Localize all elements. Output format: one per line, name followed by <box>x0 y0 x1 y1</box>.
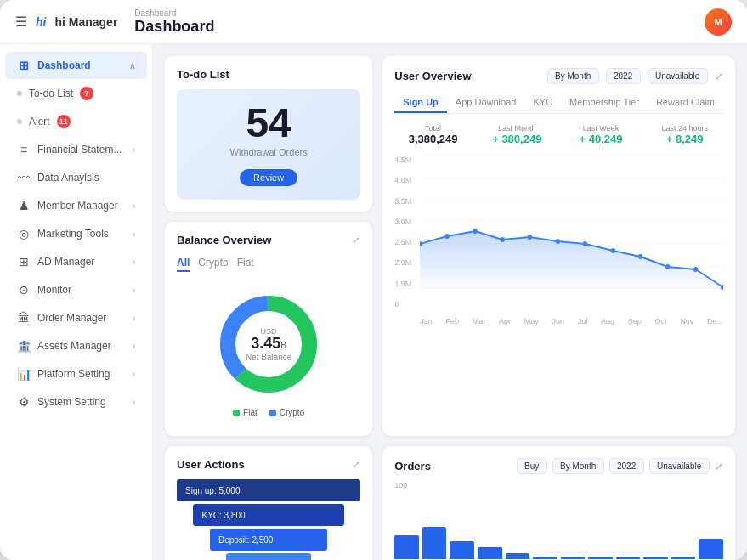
sidebar-label-dashboard: Dashboard <box>37 59 91 71</box>
assets-icon: 🏦 <box>17 339 31 353</box>
avatar[interactable]: M <box>705 8 732 36</box>
chart-x-labels: JanFebMarAprMay JunJulAugSepOct NovDe... <box>420 317 723 325</box>
chevron-icon: ∧ <box>129 61 135 71</box>
orders-expand-icon[interactable]: ⤢ <box>715 461 723 472</box>
sidebar-item-monitor[interactable]: ⊙ Monitor › <box>5 276 147 303</box>
chart-y-labels: 4.5M4.0M3.5M3.0M2.5M2.0M1.5M0 <box>394 156 418 308</box>
chevron-member: › <box>133 201 135 211</box>
sidebar-label-todo: To-do List <box>29 88 73 99</box>
todo-inner: 54 Withdrawal Orders Review <box>177 89 360 200</box>
balance-tab-fiat[interactable]: Fiat <box>237 255 254 272</box>
sidebar-item-system[interactable]: ⚙ System Setting › <box>5 388 147 416</box>
sidebar-item-alert[interactable]: Alert 11 <box>5 108 147 135</box>
uo-filter-year[interactable]: 2022 <box>606 68 641 84</box>
financial-icon: ≡ <box>17 143 31 156</box>
todo-sublabel: Withdrawal Orders <box>230 147 308 157</box>
stat-lastweek: Last Week + 40,249 <box>563 124 640 145</box>
todo-badge: 7 <box>80 87 93 100</box>
donut-container: USD 3.45B Net Balance Fiat <box>177 282 360 424</box>
user-overview-card: User Overview By Month 2022 Unavailable … <box>382 56 735 436</box>
tab-membership[interactable]: Membership Tier <box>561 93 648 113</box>
sidebar-item-assets[interactable]: 🏦 Assets Manager › <box>5 332 147 359</box>
orders-filter-year[interactable]: 2022 <box>609 458 644 474</box>
svg-point-14 <box>528 235 532 240</box>
sidebar-item-data[interactable]: 〰 Data Anaylsis <box>5 164 147 191</box>
svg-point-20 <box>693 267 698 272</box>
sidebar-label-system: System Setting <box>37 396 106 408</box>
tab-signup[interactable]: Sign Up <box>394 93 447 113</box>
monitor-icon: ⊙ <box>17 283 31 297</box>
tab-reward[interactable]: Reward Claim <box>648 93 723 113</box>
funnel-bar-kyc: KYC: 3,800 <box>193 504 343 526</box>
sidebar-item-financial[interactable]: ≡ Financial Statem... › <box>5 136 147 163</box>
chevron-ad: › <box>133 257 135 267</box>
svg-point-11 <box>445 234 450 239</box>
user-actions-card: User Actions ⤢ Sign up: 5,000 KYC: 3,800… <box>165 446 372 560</box>
sidebar-label-data: Data Anaylsis <box>37 172 99 184</box>
bar-col <box>588 557 613 560</box>
orders-header: Orders Buy By Month 2022 Unavailable ⤢ <box>394 458 723 474</box>
sidebar-item-ad[interactable]: ⊞ AD Manager › <box>5 248 147 275</box>
bar-chart <box>394 491 723 559</box>
svg-point-16 <box>583 241 587 246</box>
platform-icon: 📊 <box>17 367 31 381</box>
dot-icon-alert <box>17 119 22 124</box>
sidebar-item-member[interactable]: ♟ Member Manager › <box>5 192 147 219</box>
bar-rect <box>450 541 474 559</box>
balance-expand-icon[interactable]: ⤢ <box>352 235 360 246</box>
funnel-bar-trade: Trade: 1,200 <box>226 553 310 560</box>
bar-col <box>643 557 668 560</box>
stat-lastmonth: Last Month + 380,249 <box>478 124 556 145</box>
sidebar-label-ad: AD Manager <box>37 256 94 268</box>
bar-col <box>506 553 530 559</box>
uo-filter-month[interactable]: By Month <box>547 68 599 84</box>
legend-crypto: Crypto <box>269 408 304 417</box>
uo-header: User Overview By Month 2022 Unavailable … <box>394 68 723 84</box>
sidebar-label-alert: Alert <box>29 116 50 127</box>
stat-last24: Last 24 hours + 8,249 <box>646 124 723 145</box>
balance-title: Balance Overview <box>177 234 271 246</box>
main-layout: ⊞ Dashboard ∧ To-do List 7 Alert 11 ≡ Fi… <box>0 44 747 560</box>
todo-card-header: To-do List <box>177 68 360 81</box>
bar-col <box>616 557 641 560</box>
bar-col <box>699 539 723 560</box>
svg-point-19 <box>665 264 670 269</box>
uo-filter-extra[interactable]: Unavailable <box>648 68 708 84</box>
orders-filter-type[interactable]: Buy <box>517 458 547 474</box>
logo: hi <box>36 15 46 29</box>
tab-appdownload[interactable]: App Download <box>447 93 525 113</box>
fiat-label: Fiat <box>243 408 257 417</box>
donut-chart: USD 3.45B Net Balance <box>213 289 324 399</box>
orders-card: Orders Buy By Month 2022 Unavailable ⤢ <box>382 446 735 560</box>
sidebar-label-financial: Financial Statem... <box>37 144 122 156</box>
sidebar: ⊞ Dashboard ∧ To-do List 7 Alert 11 ≡ Fi… <box>0 44 153 560</box>
hamburger-icon[interactable]: ☰ <box>15 14 27 30</box>
ua-expand-icon[interactable]: ⤢ <box>352 459 360 471</box>
orders-title: Orders <box>394 460 431 472</box>
stat-lastweek-value: + 40,249 <box>563 133 640 145</box>
ua-header: User Actions ⤢ <box>177 458 360 471</box>
review-button[interactable]: Review <box>240 169 297 186</box>
tab-kyc[interactable]: KYC <box>524 93 561 113</box>
fiat-dot <box>233 410 240 416</box>
balance-tab-crypto[interactable]: Crypto <box>198 255 228 272</box>
balance-card: Balance Overview ⤢ All Crypto Fiat <box>165 222 372 436</box>
sidebar-item-platform[interactable]: 📊 Platform Setting › <box>5 360 147 387</box>
sidebar-item-marketing[interactable]: ◎ Marketing Tools › <box>5 220 147 247</box>
stat-total: Total 3,380,249 <box>394 124 472 145</box>
stat-lastmonth-value: + 380,249 <box>478 133 556 145</box>
bar-rect <box>561 557 586 560</box>
balance-tab-all[interactable]: All <box>177 255 190 272</box>
orders-filter-month[interactable]: By Month <box>552 458 604 474</box>
sidebar-item-order[interactable]: 🏛 Order Manager › <box>5 304 147 331</box>
sidebar-item-todo[interactable]: To-do List 7 <box>5 80 147 107</box>
dot-icon <box>17 91 22 96</box>
donut-netlabel: Net Balance <box>246 352 291 361</box>
bar-col <box>478 547 502 559</box>
uo-expand-icon[interactable]: ⤢ <box>715 71 723 82</box>
sidebar-item-dashboard[interactable]: ⊞ Dashboard ∧ <box>5 52 147 79</box>
funnel-chart: Sign up: 5,000 KYC: 3,800 Deposit: 2,500… <box>177 479 360 560</box>
chevron-monitor: › <box>133 286 135 295</box>
orders-filter-extra[interactable]: Unavailable <box>649 458 710 474</box>
bar-rect <box>506 553 530 559</box>
